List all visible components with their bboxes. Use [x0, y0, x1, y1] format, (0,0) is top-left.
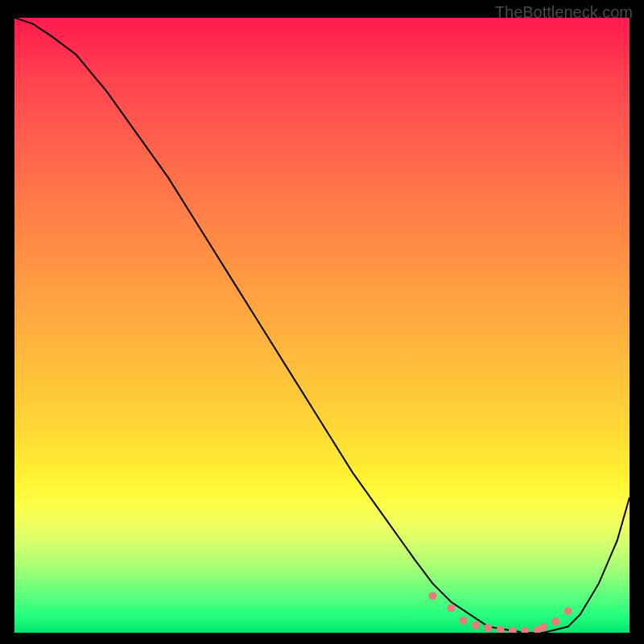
marker-dot [472, 621, 480, 630]
watermark-text: TheBottleneck.com [495, 3, 633, 22]
marker-dot [564, 607, 572, 615]
marker-dot [429, 592, 437, 600]
marker-dot [497, 625, 505, 633]
chart-svg [14, 18, 630, 633]
marker-dot [521, 627, 529, 633]
marker-dot [484, 624, 492, 632]
bottleneck-curve [14, 18, 630, 633]
marker-dot [551, 617, 559, 625]
marker-dot [509, 627, 517, 633]
marker-dot [539, 623, 547, 631]
plot-area [14, 18, 630, 633]
marker-dot [460, 617, 468, 625]
marker-dot [447, 604, 455, 612]
optimal-markers [429, 592, 572, 633]
